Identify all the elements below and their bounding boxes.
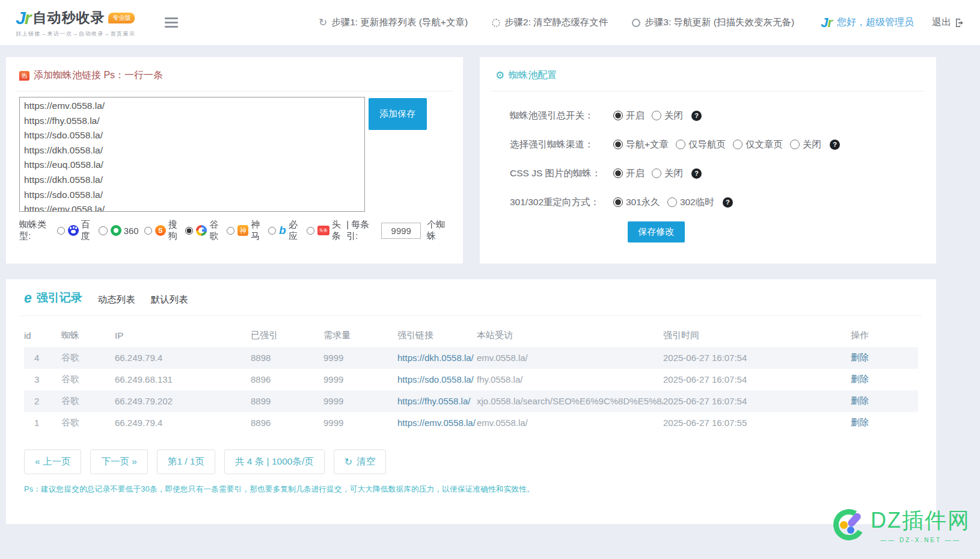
google-icon — [196, 225, 207, 236]
save-changes-button[interactable]: 保存修改 — [628, 221, 685, 242]
spider-option-toutiao[interactable]: 头条 头条 — [304, 219, 343, 242]
help-icon[interactable]: ? — [691, 168, 702, 179]
add-save-button[interactable]: 添加保存 — [369, 98, 427, 130]
channel-nav-only-option[interactable]: 仅导航页 — [676, 138, 726, 151]
app-logo[interactable]: Jr 自动秒收录 专业版 挂上链接→来访一次→自动收录→首页展示 — [16, 8, 136, 38]
prev-page-button[interactable]: « 上一页 — [24, 449, 81, 474]
master-on-option[interactable]: 开启 — [613, 110, 645, 122]
table-header-row: id 蜘蛛 IP 已强引 需求量 强引链接 本站受访 强引时间 操作 — [24, 324, 918, 347]
per-count-input[interactable] — [381, 223, 421, 239]
records-title-text: 强引记录 — [37, 290, 82, 306]
step3-action[interactable]: 步骤3: 导航更新 (扫描失效变灰无备) — [632, 16, 794, 29]
config-label: CSS JS 图片的蜘蛛： — [495, 167, 613, 180]
assets-on-option[interactable]: 开启 — [613, 167, 645, 180]
brand-badge: 专业版 — [108, 13, 135, 23]
refresh-icon: ↻ — [345, 456, 352, 468]
gears-icon: ⚙︎ — [495, 70, 504, 81]
sogou-icon: S — [155, 225, 166, 236]
brand-name: 自动秒收录 — [32, 8, 105, 27]
config-row-assets-spider: CSS JS 图片的蜘蛛： 开启 关闭 ? — [495, 159, 920, 188]
channel-off-option[interactable]: 关闭 — [790, 138, 821, 151]
per-count-unit: 个蜘蛛 — [427, 219, 450, 242]
help-icon[interactable]: ? — [723, 197, 733, 208]
refresh-icon: ↻ — [319, 17, 327, 28]
per-count-label: | 每条引: — [346, 219, 375, 242]
count-indicator[interactable]: 共 4 条 | 1000条/页 — [224, 449, 325, 474]
col-time: 强引时间 — [663, 324, 851, 347]
table-row: 3 谷歌 66.249.68.131 8896 9999 https://sdo… — [24, 369, 918, 391]
config-panel-title-text: 蜘蛛池配置 — [509, 69, 557, 82]
col-visited: 本站受访 — [477, 324, 663, 347]
table-row: 1 谷歌 66.249.79.4 8896 9999 https://emv.0… — [24, 412, 918, 434]
ie-e-icon: e — [24, 291, 32, 305]
bing-icon: b — [279, 224, 286, 237]
step2-label: 步骤2: 清空静态缓存文件 — [504, 16, 608, 29]
tab-dynamic-list[interactable]: 动态列表 — [98, 294, 135, 306]
toutiao-radio[interactable] — [307, 226, 314, 235]
page-indicator[interactable]: 第1 / 1页 — [157, 449, 215, 474]
col-id: id — [24, 324, 61, 347]
delete-link[interactable]: 删除 — [851, 417, 869, 427]
config-row-channel: 选择强引蜘蛛渠道： 导航+文章 仅导航页 仅文章页 关闭 ? — [495, 130, 920, 159]
watermark-subtext: —— DZ-X.NET —— — [880, 537, 960, 543]
menu-list-icon[interactable] — [165, 17, 178, 28]
360-radio[interactable] — [99, 226, 108, 235]
hot-icon: 热 — [19, 71, 29, 81]
delete-link[interactable]: 删除 — [851, 395, 869, 406]
add-panel-title-text: 添加蜘蛛池链接 Ps：一行一条 — [34, 69, 163, 82]
config-label: 蜘蛛池强引总开关： — [495, 110, 613, 122]
tab-default-list[interactable]: 默认列表 — [151, 294, 188, 306]
delete-link[interactable]: 删除 — [851, 374, 869, 384]
baidu-radio[interactable] — [57, 226, 65, 235]
table-row: 2 谷歌 66.249.79.202 8899 9999 https://fhy… — [24, 391, 918, 412]
delete-link[interactable]: 删除 — [851, 352, 869, 362]
step3-label: 步骤3: 导航更新 (扫描失效变灰无备) — [645, 16, 794, 29]
dz-watermark: DZ插件网 —— DZ-X.NET —— — [833, 506, 970, 543]
redirect-302-option[interactable]: 302临时 — [667, 196, 714, 209]
redirect-301-option[interactable]: 301永久 — [613, 196, 660, 209]
add-panel-title: 热 添加蜘蛛池链接 Ps：一行一条 — [19, 69, 450, 82]
baidu-icon — [68, 225, 79, 236]
spider-option-360[interactable]: 360 — [96, 225, 139, 236]
help-icon[interactable]: ? — [830, 140, 840, 150]
assets-off-option[interactable]: 关闭 — [652, 167, 683, 180]
logout-button[interactable]: 退出 — [932, 16, 964, 29]
next-page-button[interactable]: 下一页 » — [90, 449, 147, 474]
force-link[interactable]: https://dkh.0558.la/ — [397, 353, 474, 363]
master-off-option[interactable]: 关闭 — [652, 110, 683, 122]
records-table: id 蜘蛛 IP 已强引 需求量 强引链接 本站受访 强引时间 操作 4 谷歌 … — [24, 324, 918, 434]
circle-icon — [632, 19, 640, 27]
shenma-icon: 神 — [237, 225, 248, 236]
spider-pool-config-panel: ⚙︎ 蜘蛛池配置 蜘蛛池强引总开关： 开启 关闭 ? 选择强引蜘蛛渠道： 导航+… — [480, 57, 936, 264]
spider-option-google[interactable]: 谷歌 — [183, 219, 221, 242]
user-greeting[interactable]: 您好，超级管理员 — [837, 16, 914, 29]
channel-article-only-option[interactable]: 仅文章页 — [733, 138, 783, 151]
dotted-circle-icon — [492, 19, 500, 27]
bing-radio[interactable] — [268, 226, 276, 235]
user-area: Jr 您好，超级管理员 — [821, 15, 914, 31]
shenma-radio[interactable] — [227, 226, 234, 235]
step2-action[interactable]: 步骤2: 清空静态缓存文件 — [492, 16, 608, 29]
col-spider: 蜘蛛 — [61, 324, 115, 347]
records-title: e 强引记录 — [24, 290, 82, 306]
spider-urls-textarea[interactable]: https://emv.0558.la/ https://fhy.0558.la… — [19, 97, 365, 212]
logout-icon — [955, 18, 964, 28]
col-link: 强引链接 — [397, 324, 477, 347]
force-link[interactable]: https://emv.0558.la/ — [397, 418, 476, 428]
spider-option-baidu[interactable]: 百度 — [55, 219, 93, 242]
add-spider-links-panel: 热 添加蜘蛛池链接 Ps：一行一条 https://emv.0558.la/ h… — [6, 57, 463, 264]
clear-button[interactable]: ↻ 清空 — [334, 449, 386, 474]
spider-option-bing[interactable]: b 必应 — [266, 219, 301, 242]
help-icon[interactable]: ? — [691, 111, 702, 121]
channel-nav-article-option[interactable]: 导航+文章 — [613, 138, 669, 151]
sogou-radio[interactable] — [144, 226, 152, 235]
force-link[interactable]: https://fhy.0558.la/ — [397, 396, 470, 406]
force-link[interactable]: https://sdo.0558.la/ — [397, 374, 474, 385]
col-op: 操作 — [851, 324, 918, 347]
step1-action[interactable]: ↻ 步骤1: 更新推荐列表 (导航+文章) — [319, 16, 468, 29]
spider-type-label: 蜘蛛类型: — [19, 219, 52, 242]
google-radio[interactable] — [185, 226, 193, 235]
spider-option-shenma[interactable]: 神 神马 — [224, 219, 263, 242]
spider-option-sogou[interactable]: S 搜狗 — [142, 219, 180, 242]
table-row: 4 谷歌 66.249.79.4 8898 9999 https://dkh.0… — [24, 347, 918, 369]
